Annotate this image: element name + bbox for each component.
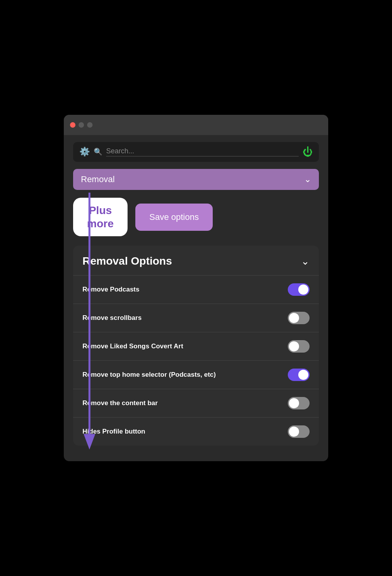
toggle-slider-2	[288, 340, 310, 353]
option-label-1: Remove scrollbars	[82, 314, 142, 322]
option-label-0: Remove Podcasts	[82, 285, 139, 294]
toggle-slider-3	[288, 369, 310, 381]
option-row: Remove the content bar	[73, 389, 319, 417]
option-row: Remove Podcasts	[73, 275, 319, 304]
main-window: ⚙️ 🔍 ⏻ Removal ⌄ Plus more Save options …	[64, 115, 328, 461]
power-icon[interactable]: ⏻	[303, 146, 313, 158]
options-header: Removal Options ⌄	[73, 246, 319, 275]
toggle-4[interactable]	[288, 397, 310, 409]
plus-more-badge: Plus more	[73, 198, 128, 236]
option-row: Hides Profile button	[73, 417, 319, 446]
maximize-button[interactable]	[87, 122, 93, 128]
close-button[interactable]	[70, 122, 75, 128]
option-row: Remove scrollbars	[73, 304, 319, 332]
search-input[interactable]	[106, 147, 299, 156]
search-icon: 🔍	[94, 148, 102, 156]
option-row: Remove top home selector (Podcasts, etc)	[73, 360, 319, 389]
category-selector[interactable]: Removal ⌄	[73, 169, 319, 190]
titlebar	[64, 115, 328, 135]
minimize-button[interactable]	[79, 122, 84, 128]
options-collapse-icon[interactable]: ⌄	[301, 255, 310, 267]
gear-icon[interactable]: ⚙️	[79, 147, 90, 157]
actions-row: Plus more Save options	[73, 198, 319, 236]
option-label-5: Hides Profile button	[82, 427, 145, 436]
category-label: Removal	[81, 174, 115, 184]
toggle-slider-1	[288, 312, 310, 324]
option-rows: Remove PodcastsRemove scrollbarsRemove L…	[73, 275, 319, 446]
toggle-2[interactable]	[288, 340, 310, 353]
option-row: Remove Liked Songs Covert Art	[73, 332, 319, 360]
save-options-button[interactable]: Save options	[135, 204, 213, 231]
category-chevron-icon: ⌄	[304, 174, 311, 184]
options-panel: Removal Options ⌄ Remove PodcastsRemove …	[73, 246, 319, 446]
toggle-5[interactable]	[288, 425, 310, 438]
toggle-3[interactable]	[288, 369, 310, 381]
option-label-4: Remove the content bar	[82, 399, 158, 407]
option-label-3: Remove top home selector (Podcasts, etc)	[82, 371, 216, 379]
toggle-1[interactable]	[288, 312, 310, 324]
toolbar: ⚙️ 🔍 ⏻	[64, 135, 328, 169]
option-label-2: Remove Liked Songs Covert Art	[82, 342, 183, 351]
toggle-0[interactable]	[288, 283, 310, 296]
toggle-slider-5	[288, 425, 310, 438]
toggle-slider-4	[288, 397, 310, 409]
search-bar: ⚙️ 🔍 ⏻	[73, 142, 319, 162]
options-title: Removal Options	[82, 255, 172, 267]
toggle-slider-0	[288, 283, 310, 296]
plus-more-text: Plus more	[87, 204, 114, 230]
